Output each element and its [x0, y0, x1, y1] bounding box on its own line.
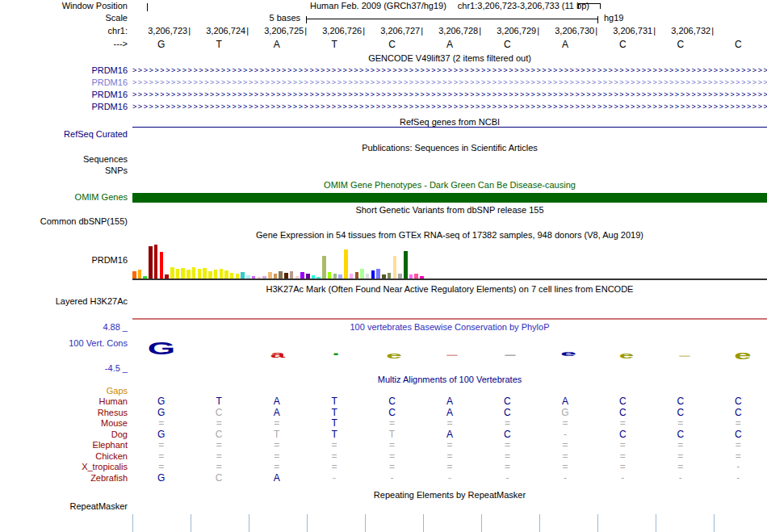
conservation-glyphs[interactable]: Ga-e--ee-e: [132, 333, 767, 362]
gencode-gene-item[interactable]: >>>>>>>>>>>>>>>>>>>>>>>>>>>>>>>>>>>>>>>>…: [132, 89, 767, 101]
omim-gene-item[interactable]: [132, 193, 767, 203]
gtex-tissue-bar[interactable]: [176, 269, 180, 279]
gtex-tissue-bar[interactable]: [187, 270, 191, 279]
multiz-alignment[interactable]: ===========: [132, 451, 767, 463]
gtex-tissue-bar[interactable]: [300, 272, 304, 279]
h3k27ac-track-area[interactable]: [132, 296, 767, 307]
publications-title-band: Publications: Sequences in Scientific Ar…: [0, 143, 767, 153]
alignment-base: =: [594, 451, 652, 463]
multiz-species-label[interactable]: Rhesus: [0, 408, 132, 419]
multiz-alignment[interactable]: GCATCACGCCC: [132, 408, 767, 419]
gtex-chart-area[interactable]: [132, 242, 767, 280]
multiz-species-label[interactable]: Human: [0, 396, 132, 408]
gtex-tissue-bar[interactable]: [149, 246, 153, 279]
sequences-track-area[interactable]: [132, 154, 767, 165]
gtex-tissue-bar[interactable]: [388, 273, 392, 279]
multiz-track-title[interactable]: Multiz Alignments of 100 Vertebrates: [132, 375, 767, 385]
multiz-alignment[interactable]: ==========-: [132, 462, 767, 473]
multiz-species-label[interactable]: Mouse: [0, 418, 132, 429]
h3k27ac-label[interactable]: Layered H3K27Ac: [0, 296, 132, 307]
repeatmasker-label[interactable]: RepeatMasker: [0, 501, 132, 512]
conservation-track-title[interactable]: 100 vertebrates Basewise Conservation by…: [132, 322, 767, 333]
h3k27ac-baseline: [132, 318, 767, 320]
multiz-species-label[interactable]: Dog: [0, 429, 132, 441]
gtex-tissue-bar[interactable]: [268, 272, 272, 279]
gtex-tissue-bar[interactable]: [344, 249, 348, 279]
alignment-base: C: [363, 396, 421, 408]
gtex-tissue-bar[interactable]: [198, 269, 202, 279]
gtex-tissue-bar[interactable]: [224, 270, 228, 279]
h3k27ac-track-title[interactable]: H3K27Ac Mark (Often Found Near Active Re…: [132, 284, 767, 295]
assembly-name: hg19: [604, 13, 623, 23]
gtex-tissue-bar[interactable]: [279, 271, 283, 279]
gtex-tissue-bar[interactable]: [160, 252, 164, 279]
gtex-track-title[interactable]: Gene Expression in 54 tissues from GTEx …: [132, 230, 767, 241]
gtex-tissue-bar[interactable]: [132, 271, 136, 279]
refseq-curated-label[interactable]: RefSeq Curated: [0, 129, 132, 140]
gencode-gene-item[interactable]: >>>>>>>>>>>>>>>>>>>>>>>>>>>>>>>>>>>>>>>>…: [132, 101, 767, 113]
gtex-gene-label[interactable]: PRDM16: [0, 242, 132, 280]
omim-bar-band: OMIM Genes: [0, 192, 767, 203]
omim-title-band: OMIM Gene Phenotypes - Dark Green Can Be…: [0, 180, 767, 191]
gtex-tissue-bar[interactable]: [181, 268, 185, 279]
dbsnp-track-title[interactable]: Short Genetic Variants from dbSNP releas…: [132, 205, 767, 215]
alignment-base: =: [363, 462, 421, 473]
gtex-tissue-bar[interactable]: [170, 267, 174, 279]
dbsnp-label[interactable]: Common dbSNP(155): [0, 216, 132, 227]
gtex-tissue-bar[interactable]: [214, 270, 218, 279]
repeatmasker-track-title[interactable]: Repeating Elements by RepeatMasker: [132, 490, 767, 501]
gtex-tissue-bar[interactable]: [355, 272, 359, 279]
gencode-gene-item[interactable]: >>>>>>>>>>>>>>>>>>>>>>>>>>>>>>>>>>>>>>>>…: [132, 65, 767, 77]
gtex-tissue-bar[interactable]: [328, 272, 332, 279]
gtex-tissue-bar[interactable]: [230, 273, 234, 279]
gtex-tissue-bar[interactable]: [393, 256, 397, 279]
multiz-species-label[interactable]: X_tropicalis: [0, 462, 132, 473]
multiz-species-label[interactable]: Chicken: [0, 451, 132, 463]
gencode-gene-item[interactable]: >>>>>>>>>>>>>>>>>>>>>>>>>>>>>>>>>>>>>>>>…: [132, 77, 767, 89]
gtex-tissue-bar[interactable]: [203, 268, 207, 279]
gencode-track-title[interactable]: GENCODE V49lift37 (2 items filtered out): [132, 53, 767, 64]
coordinate-tick: |: [711, 26, 714, 36]
column-tick: [365, 514, 366, 532]
multiz-alignment[interactable]: GCA--------: [132, 473, 767, 484]
multiz-alignment[interactable]: GTATCACACCC: [132, 396, 767, 408]
refseq-track-title[interactable]: RefSeq genes from NCBI: [132, 117, 767, 127]
multiz-species-label[interactable]: Elephant: [0, 440, 132, 451]
gencode-gene-label[interactable]: PRDM16: [0, 77, 132, 89]
gencode-gene-label[interactable]: PRDM16: [0, 101, 132, 113]
gtex-tissue-bar[interactable]: [220, 269, 224, 279]
base-letter: C: [594, 39, 652, 51]
gencode-gene-label[interactable]: PRDM16: [0, 65, 132, 77]
gencode-gene-label[interactable]: PRDM16: [0, 89, 132, 101]
multiz-alignment[interactable]: ===========: [132, 440, 767, 451]
gtex-tissue-bar[interactable]: [360, 269, 364, 279]
omim-track-title[interactable]: OMIM Gene Phenotypes - Dark Green Can Be…: [132, 180, 767, 191]
repeatmasker-track-area[interactable]: [132, 501, 767, 512]
gtex-tissue-bar[interactable]: [154, 245, 158, 279]
gtex-tissue-bar[interactable]: [208, 271, 212, 279]
gtex-tissue-bar[interactable]: [138, 270, 142, 279]
publications-track-title[interactable]: Publications: Sequences in Scientific Ar…: [132, 143, 767, 153]
gtex-tissue-bar[interactable]: [192, 267, 196, 279]
coordinate-cells: 3,206,723|3,206,724|3,206,725|3,206,726|…: [132, 26, 767, 38]
gtex-tissue-bar[interactable]: [284, 273, 288, 279]
refseq-track-area[interactable]: [132, 129, 767, 140]
gtex-tissue-bar[interactable]: [376, 269, 380, 279]
gtex-tissue-bar[interactable]: [241, 272, 245, 279]
snps-track-area[interactable]: [132, 165, 767, 176]
conservation-label[interactable]: 100 Vert. Cons: [0, 333, 132, 362]
multiz-species-label[interactable]: Zebrafish: [0, 473, 132, 484]
omim-genes-label[interactable]: OMIM Genes: [0, 192, 132, 203]
multiz-alignment[interactable]: GCTTTAC-CCC: [132, 429, 767, 441]
snps-label[interactable]: SNPs: [0, 165, 132, 176]
gaps-track-area[interactable]: [132, 386, 767, 396]
gaps-label[interactable]: Gaps: [0, 386, 132, 396]
multiz-alignment[interactable]: ===T=======: [132, 418, 767, 429]
gtex-tissue-bar[interactable]: [371, 270, 375, 279]
gtex-tissue-bar[interactable]: [322, 256, 326, 279]
refseq-gene-line[interactable]: [132, 127, 767, 128]
gtex-tissue-bar[interactable]: [290, 271, 294, 279]
gtex-tissue-bar[interactable]: [404, 251, 408, 279]
dbsnp-track-area[interactable]: [132, 216, 767, 227]
sequences-label[interactable]: Sequences: [0, 154, 132, 165]
